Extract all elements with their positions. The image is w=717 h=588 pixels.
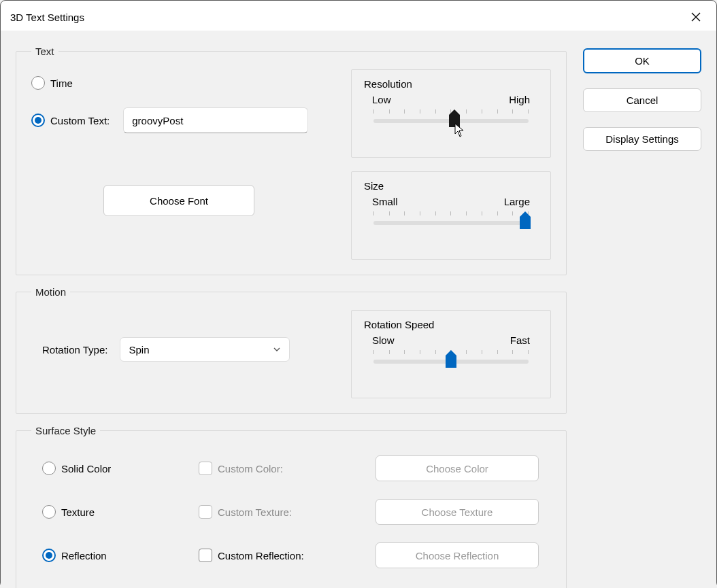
surface-style-fieldset: Surface Style Solid Color Custom Color: … (16, 425, 567, 588)
svg-marker-0 (449, 109, 460, 127)
checkbox-icon (199, 549, 212, 562)
size-large-label: Large (504, 196, 530, 207)
choose-texture-button[interactable]: Choose Texture (376, 499, 539, 525)
rotation-speed-slider-thumb[interactable] (446, 350, 456, 368)
custom-reflection-checkbox[interactable]: Custom Reflection: (199, 549, 376, 562)
resolution-title: Resolution (364, 78, 538, 90)
radio-icon (31, 76, 45, 90)
resolution-slider-group: Resolution Low High (351, 69, 551, 158)
main-column: Text Time Custom Text: (16, 46, 567, 588)
custom-texture-label: Custom Texture: (218, 506, 292, 518)
rotation-type-select[interactable]: Spin (120, 337, 290, 362)
slider-track (373, 221, 529, 225)
size-slider-thumb[interactable] (520, 211, 531, 229)
resolution-slider-thumb[interactable] (449, 109, 460, 127)
custom-texture-checkbox[interactable]: Custom Texture: (199, 505, 376, 519)
radio-icon (42, 549, 56, 562)
radio-icon (42, 462, 56, 475)
rotation-speed-slider-group: Rotation Speed Slow Fast (351, 310, 551, 398)
rotation-type-label: Rotation Type: (31, 344, 107, 356)
custom-text-input[interactable] (123, 107, 308, 133)
chevron-down-icon (273, 345, 281, 353)
size-title: Size (364, 180, 538, 192)
time-radio[interactable]: Time (31, 76, 337, 90)
choose-reflection-button[interactable]: Choose Reflection (376, 542, 539, 568)
resolution-slider[interactable] (373, 114, 529, 133)
text-fieldset: Text Time Custom Text: (16, 46, 567, 275)
cancel-button[interactable]: Cancel (583, 88, 701, 112)
radio-icon (42, 505, 56, 519)
rotation-slow-label: Slow (372, 334, 395, 346)
custom-reflection-label: Custom Reflection: (218, 550, 304, 561)
motion-fieldset: Motion Rotation Type: Spin Rotation Spee… (16, 286, 567, 414)
time-radio-label: Time (50, 77, 73, 89)
display-settings-button[interactable]: Display Settings (583, 127, 701, 151)
size-slider[interactable] (373, 215, 529, 235)
rotation-fast-label: Fast (510, 334, 530, 346)
size-slider-group: Size Small Large (351, 171, 551, 260)
custom-text-radio-label: Custom Text: (50, 115, 110, 126)
titlebar: 3D Text Settings (1, 1, 716, 31)
solid-color-label: Solid Color (61, 463, 111, 474)
custom-color-label: Custom Color: (218, 463, 283, 474)
rotation-type-value: Spin (129, 344, 149, 356)
svg-marker-1 (520, 211, 531, 229)
slider-ticks (373, 211, 529, 217)
checkbox-icon (199, 505, 212, 519)
resolution-low-label: Low (372, 94, 391, 105)
rotation-speed-slider[interactable] (373, 354, 529, 373)
texture-label: Texture (61, 506, 95, 518)
solid-color-radio[interactable]: Solid Color (42, 462, 199, 475)
custom-text-radio[interactable]: Custom Text: (31, 114, 110, 127)
text-legend: Text (31, 46, 59, 57)
rotation-speed-title: Rotation Speed (364, 319, 538, 330)
choose-font-button[interactable]: Choose Font (103, 185, 254, 216)
close-button[interactable] (685, 6, 707, 28)
size-small-label: Small (372, 196, 398, 207)
window-title: 3D Text Settings (10, 12, 84, 23)
svg-marker-2 (446, 350, 456, 368)
reflection-label: Reflection (61, 550, 107, 561)
surface-legend: Surface Style (31, 425, 100, 436)
resolution-high-label: High (509, 94, 530, 105)
custom-color-checkbox[interactable]: Custom Color: (199, 462, 376, 475)
side-buttons: OK Cancel Display Settings (583, 46, 701, 588)
ok-button[interactable]: OK (583, 48, 701, 73)
checkbox-icon (199, 462, 212, 475)
reflection-radio[interactable]: Reflection (42, 549, 199, 562)
motion-legend: Motion (31, 286, 70, 298)
close-icon (690, 12, 701, 22)
choose-color-button[interactable]: Choose Color (376, 455, 539, 481)
settings-window: 3D Text Settings Text Time (0, 0, 717, 588)
radio-icon (31, 114, 45, 127)
content-area: Text Time Custom Text: (1, 31, 716, 588)
texture-radio[interactable]: Texture (42, 505, 199, 519)
